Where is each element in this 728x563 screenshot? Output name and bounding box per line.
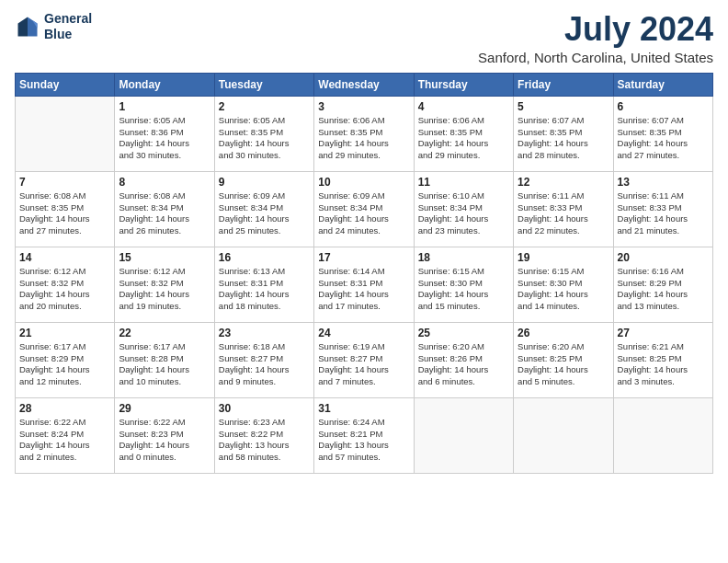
calendar-week-2: 14Sunrise: 6:12 AM Sunset: 8:32 PM Dayli…	[16, 247, 713, 322]
calendar-week-3: 21Sunrise: 6:17 AM Sunset: 8:29 PM Dayli…	[16, 322, 713, 397]
day-content: Sunrise: 6:15 AM Sunset: 8:30 PM Dayligh…	[418, 266, 509, 313]
day-header-wednesday: Wednesday	[314, 73, 414, 96]
day-content: Sunrise: 6:23 AM Sunset: 8:22 PM Dayligh…	[219, 417, 310, 464]
day-content: Sunrise: 6:22 AM Sunset: 8:24 PM Dayligh…	[19, 417, 110, 464]
calendar-cell: 28Sunrise: 6:22 AM Sunset: 8:24 PM Dayli…	[16, 397, 115, 473]
day-number: 17	[318, 250, 409, 265]
day-number: 14	[19, 250, 110, 265]
calendar-cell	[514, 397, 613, 473]
day-number: 12	[518, 175, 609, 190]
logo-text: General Blue	[44, 11, 92, 42]
day-content: Sunrise: 6:18 AM Sunset: 8:27 PM Dayligh…	[219, 341, 310, 388]
day-number: 16	[219, 250, 310, 265]
day-number: 28	[19, 401, 110, 416]
day-number: 26	[518, 326, 609, 340]
day-content: Sunrise: 6:08 AM Sunset: 8:35 PM Dayligh…	[19, 190, 110, 237]
day-number: 25	[418, 326, 509, 340]
day-number: 24	[318, 326, 409, 340]
day-content: Sunrise: 6:21 AM Sunset: 8:25 PM Dayligh…	[618, 341, 709, 388]
calendar-cell: 17Sunrise: 6:14 AM Sunset: 8:31 PM Dayli…	[314, 247, 414, 322]
day-number: 19	[518, 250, 609, 265]
calendar-cell: 1Sunrise: 6:05 AM Sunset: 8:36 PM Daylig…	[115, 96, 214, 171]
day-content: Sunrise: 6:11 AM Sunset: 8:33 PM Dayligh…	[518, 190, 609, 237]
calendar-cell: 23Sunrise: 6:18 AM Sunset: 8:27 PM Dayli…	[214, 322, 313, 397]
day-content: Sunrise: 6:05 AM Sunset: 8:36 PM Dayligh…	[119, 115, 210, 162]
day-content: Sunrise: 6:22 AM Sunset: 8:23 PM Dayligh…	[119, 417, 210, 464]
calendar-cell: 3Sunrise: 6:06 AM Sunset: 8:35 PM Daylig…	[314, 96, 414, 171]
calendar: SundayMondayTuesdayWednesdayThursdayFrid…	[15, 73, 713, 474]
svg-marker-0	[28, 17, 38, 36]
day-number: 11	[418, 175, 509, 190]
day-number: 9	[219, 175, 310, 190]
day-content: Sunrise: 6:20 AM Sunset: 8:25 PM Dayligh…	[518, 341, 609, 388]
day-content: Sunrise: 6:24 AM Sunset: 8:21 PM Dayligh…	[318, 417, 409, 464]
calendar-cell: 12Sunrise: 6:11 AM Sunset: 8:33 PM Dayli…	[514, 171, 613, 247]
day-content: Sunrise: 6:05 AM Sunset: 8:35 PM Dayligh…	[219, 115, 310, 162]
day-content: Sunrise: 6:13 AM Sunset: 8:31 PM Dayligh…	[219, 266, 310, 313]
calendar-cell: 27Sunrise: 6:21 AM Sunset: 8:25 PM Dayli…	[613, 322, 712, 397]
day-content: Sunrise: 6:11 AM Sunset: 8:33 PM Dayligh…	[618, 190, 709, 237]
day-content: Sunrise: 6:12 AM Sunset: 8:32 PM Dayligh…	[119, 266, 210, 313]
day-content: Sunrise: 6:17 AM Sunset: 8:28 PM Dayligh…	[119, 341, 210, 388]
calendar-cell: 9Sunrise: 6:09 AM Sunset: 8:34 PM Daylig…	[214, 171, 313, 247]
day-content: Sunrise: 6:10 AM Sunset: 8:34 PM Dayligh…	[418, 190, 509, 237]
calendar-cell	[613, 397, 712, 473]
calendar-week-1: 7Sunrise: 6:08 AM Sunset: 8:35 PM Daylig…	[16, 171, 713, 247]
calendar-cell	[16, 96, 115, 171]
day-number: 31	[318, 401, 409, 416]
logo: General Blue	[15, 11, 92, 42]
day-number: 1	[119, 99, 210, 114]
calendar-cell	[414, 397, 513, 473]
day-number: 8	[119, 175, 210, 190]
day-number: 29	[119, 401, 210, 416]
calendar-cell: 20Sunrise: 6:16 AM Sunset: 8:29 PM Dayli…	[613, 247, 712, 322]
page: General Blue July 2024 Sanford, North Ca…	[0, 0, 728, 563]
calendar-cell: 8Sunrise: 6:08 AM Sunset: 8:34 PM Daylig…	[115, 171, 214, 247]
calendar-cell: 5Sunrise: 6:07 AM Sunset: 8:35 PM Daylig…	[514, 96, 613, 171]
calendar-cell: 24Sunrise: 6:19 AM Sunset: 8:27 PM Dayli…	[314, 322, 414, 397]
calendar-cell: 10Sunrise: 6:09 AM Sunset: 8:34 PM Dayli…	[314, 171, 414, 247]
day-header-saturday: Saturday	[613, 73, 712, 96]
day-content: Sunrise: 6:06 AM Sunset: 8:35 PM Dayligh…	[418, 115, 509, 162]
calendar-header-row: SundayMondayTuesdayWednesdayThursdayFrid…	[16, 73, 713, 96]
calendar-cell: 15Sunrise: 6:12 AM Sunset: 8:32 PM Dayli…	[115, 247, 214, 322]
calendar-cell: 30Sunrise: 6:23 AM Sunset: 8:22 PM Dayli…	[214, 397, 313, 473]
day-header-thursday: Thursday	[414, 73, 513, 96]
day-header-monday: Monday	[115, 73, 214, 96]
calendar-week-0: 1Sunrise: 6:05 AM Sunset: 8:36 PM Daylig…	[16, 96, 713, 171]
day-number: 22	[119, 326, 210, 340]
calendar-cell: 4Sunrise: 6:06 AM Sunset: 8:35 PM Daylig…	[414, 96, 513, 171]
calendar-cell: 6Sunrise: 6:07 AM Sunset: 8:35 PM Daylig…	[613, 96, 712, 171]
calendar-cell: 25Sunrise: 6:20 AM Sunset: 8:26 PM Dayli…	[414, 322, 513, 397]
day-header-friday: Friday	[514, 73, 613, 96]
day-header-tuesday: Tuesday	[214, 73, 313, 96]
day-content: Sunrise: 6:20 AM Sunset: 8:26 PM Dayligh…	[418, 341, 509, 388]
day-content: Sunrise: 6:17 AM Sunset: 8:29 PM Dayligh…	[19, 341, 110, 388]
calendar-cell: 16Sunrise: 6:13 AM Sunset: 8:31 PM Dayli…	[214, 247, 313, 322]
day-number: 10	[318, 175, 409, 190]
calendar-cell: 31Sunrise: 6:24 AM Sunset: 8:21 PM Dayli…	[314, 397, 414, 473]
calendar-cell: 7Sunrise: 6:08 AM Sunset: 8:35 PM Daylig…	[16, 171, 115, 247]
day-content: Sunrise: 6:08 AM Sunset: 8:34 PM Dayligh…	[119, 190, 210, 237]
calendar-cell: 22Sunrise: 6:17 AM Sunset: 8:28 PM Dayli…	[115, 322, 214, 397]
day-number: 18	[418, 250, 509, 265]
day-content: Sunrise: 6:19 AM Sunset: 8:27 PM Dayligh…	[318, 341, 409, 388]
calendar-cell: 21Sunrise: 6:17 AM Sunset: 8:29 PM Dayli…	[16, 322, 115, 397]
day-number: 7	[19, 175, 110, 190]
day-content: Sunrise: 6:09 AM Sunset: 8:34 PM Dayligh…	[219, 190, 310, 237]
calendar-cell: 13Sunrise: 6:11 AM Sunset: 8:33 PM Dayli…	[613, 171, 712, 247]
day-number: 13	[618, 175, 709, 190]
calendar-cell: 26Sunrise: 6:20 AM Sunset: 8:25 PM Dayli…	[514, 322, 613, 397]
day-number: 27	[618, 326, 709, 340]
location: Sanford, North Carolina, United States	[478, 50, 713, 65]
month-title: July 2024	[478, 11, 713, 48]
day-content: Sunrise: 6:06 AM Sunset: 8:35 PM Dayligh…	[318, 115, 409, 162]
day-number: 15	[119, 250, 210, 265]
day-number: 20	[618, 250, 709, 265]
calendar-week-4: 28Sunrise: 6:22 AM Sunset: 8:24 PM Dayli…	[16, 397, 713, 473]
calendar-cell: 29Sunrise: 6:22 AM Sunset: 8:23 PM Dayli…	[115, 397, 214, 473]
day-content: Sunrise: 6:07 AM Sunset: 8:35 PM Dayligh…	[618, 115, 709, 162]
title-block: July 2024 Sanford, North Carolina, Unite…	[478, 11, 713, 65]
day-number: 5	[518, 99, 609, 114]
calendar-cell: 18Sunrise: 6:15 AM Sunset: 8:30 PM Dayli…	[414, 247, 513, 322]
